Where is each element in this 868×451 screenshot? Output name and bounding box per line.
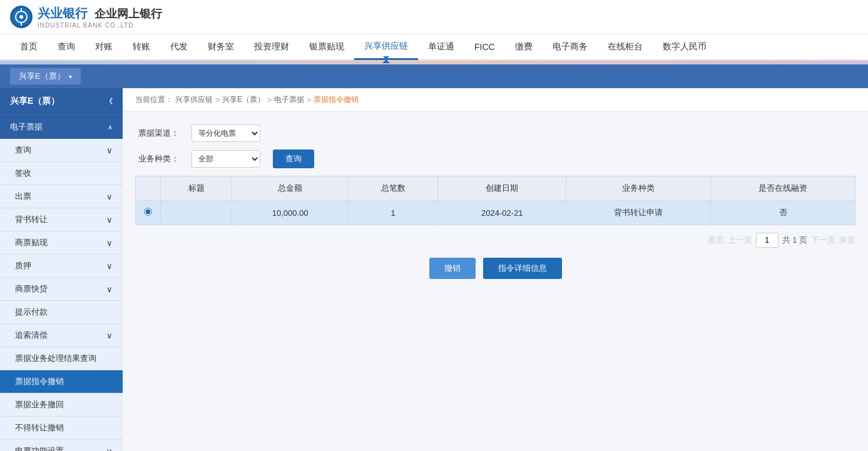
nav-payment[interactable]: 缴费 (505, 34, 543, 60)
channel-select[interactable]: 等分化电票 全部 (191, 124, 260, 142)
sidebar-item-query[interactable]: 查询 ∨ (0, 139, 123, 162)
nav-bill-discount[interactable]: 银票贴现 (299, 34, 354, 60)
cancel-button[interactable]: 撤销 (429, 258, 476, 279)
table-cell-count: 1 (348, 201, 437, 225)
sidebar-item-issue[interactable]: 出票 ∨ (0, 185, 123, 208)
sidebar-item-pledge[interactable]: 质押 ∨ (0, 255, 123, 278)
table-cell-radio[interactable] (136, 201, 161, 225)
nav-online-counter[interactable]: 在线柜台 (598, 34, 653, 60)
sidebar-item-commercial-discount-arrow-icon: ∨ (106, 238, 113, 248)
breadcrumb-sep2: > (267, 96, 272, 104)
nav-finance[interactable]: 财务室 (198, 34, 244, 60)
table-cell-title (161, 201, 232, 225)
nav-active-arrow (383, 56, 389, 59)
table-header-row: 标题 总金额 总笔数 创建日期 业务种类 是否在线融资 (136, 176, 855, 201)
pagination-page-input[interactable] (756, 233, 779, 248)
form-type-row: 业务种类： 全部 背书转让申请 其他 查询 (135, 149, 855, 168)
pagination: 首页 上一页 共 1 页 下一页 末页 (135, 233, 855, 248)
channel-label: 票据渠道： (135, 128, 179, 139)
sidebar-collapse-icon: 《 (105, 96, 113, 107)
sidebar-item-eticket-settings[interactable]: 电票功能设置 ∨ (0, 440, 123, 451)
table-header-type: 业务种类 (566, 176, 711, 201)
sidebar-section-electronic-bills[interactable]: 电子票据 ∧ (0, 114, 123, 139)
nav-bar: 首页 查询 对账 转账 代发 财务室 投资理财 银票贴现 兴享供应链 单证通 F… (0, 34, 868, 61)
breadcrumb-supply-chain[interactable]: 兴享供应链 (175, 94, 213, 105)
main-layout: 兴享E（票） 《 电子票据 ∧ 查询 ∨ 签收 出票 ∨ 背书转让 ∨ 商票贴现… (0, 88, 868, 451)
sidebar-item-payment-prompt[interactable]: 提示付款 (0, 301, 123, 324)
nav-reconcile[interactable]: 对账 (85, 34, 123, 60)
breadcrumb-sep3: > (307, 96, 311, 104)
row-radio-button[interactable] (144, 208, 152, 216)
breadcrumb: 当前位置： 兴享供应链 > 兴享E（票） > 电子票据 > 票据指令撤销 (123, 88, 868, 112)
nav-ficc[interactable]: FICC (464, 34, 505, 60)
pagination-first[interactable]: 首页 (708, 235, 724, 246)
sidebar-item-fast-loan[interactable]: 商票快贷 ∨ (0, 278, 123, 301)
sidebar-item-recourse-arrow-icon: ∨ (106, 331, 113, 340)
sidebar-item-business-revoke[interactable]: 票据业务撤回 (0, 393, 123, 417)
nav-ecommerce[interactable]: 电子商务 (543, 34, 598, 60)
form-channel-row: 票据渠道： 等分化电票 全部 (135, 124, 855, 142)
table-cell-type: 背书转让申请 (566, 201, 711, 225)
sidebar-item-issue-arrow-icon: ∨ (106, 192, 113, 201)
table-cell-date: 2024-02-21 (438, 201, 566, 225)
breadcrumb-eticket[interactable]: 兴享E（票） (222, 94, 265, 105)
breadcrumb-current: 票据指令撤销 (314, 94, 359, 105)
table-cell-amount: 10,000.00 (232, 201, 349, 225)
type-label: 业务种类： (135, 153, 179, 165)
content-body: 票据渠道： 等分化电票 全部 业务种类： 全部 背书转让申请 其他 查询 (123, 112, 868, 291)
sidebar-item-arrow-icon: ∨ (106, 146, 113, 155)
sub-header-button[interactable]: 兴享E（票） ▾ (10, 68, 81, 84)
action-buttons: 撤销 指令详细信息 (135, 258, 855, 279)
sidebar-item-signin[interactable]: 签收 (0, 162, 123, 185)
nav-doc[interactable]: 单证通 (418, 34, 464, 60)
data-table: 标题 总金额 总笔数 创建日期 业务种类 是否在线融资 10,000 (135, 176, 855, 225)
sidebar-item-process-result[interactable]: 票据业务处理结果查询 (0, 347, 123, 370)
sidebar-item-instruction-cancel[interactable]: 票据指令撤销 (0, 370, 123, 393)
bank-name-cn: 兴业银行 企业网上银行 (38, 5, 162, 22)
sidebar-section-expand-icon: ∧ (108, 123, 113, 131)
nav-digital-rmb[interactable]: 数字人民币 (653, 34, 717, 60)
sub-header-arrow-icon: ▾ (69, 73, 72, 80)
table-header-count: 总笔数 (348, 176, 437, 201)
breadcrumb-sep1: > (215, 96, 220, 104)
nav-payroll[interactable]: 代发 (160, 34, 198, 60)
table-header-amount: 总金额 (232, 176, 349, 201)
sidebar-item-pledge-arrow-icon: ∨ (106, 261, 113, 271)
bank-name-text: 兴业银行 企业网上银行 INDUSTRIAL BANK CO.,LTD (38, 5, 162, 29)
table-header-title: 标题 (161, 176, 232, 201)
bank-logo-icon (10, 6, 33, 28)
svg-point-2 (19, 15, 23, 19)
nav-query[interactable]: 查询 (48, 34, 85, 60)
nav-home[interactable]: 首页 (10, 34, 48, 60)
type-select[interactable]: 全部 背书转让申请 其他 (191, 150, 260, 168)
nav-transfer[interactable]: 转账 (123, 34, 160, 60)
sidebar-item-eticket-settings-arrow-icon: ∨ (106, 447, 113, 452)
query-button[interactable]: 查询 (273, 149, 314, 168)
breadcrumb-electronic-bills[interactable]: 电子票据 (274, 94, 304, 105)
pagination-last[interactable]: 末页 (839, 235, 855, 246)
pagination-prev[interactable]: 上一页 (728, 235, 752, 246)
detail-button[interactable]: 指令详细信息 (483, 258, 562, 279)
top-header: 兴业银行 企业网上银行 INDUSTRIAL BANK CO.,LTD (0, 0, 868, 34)
sidebar-title[interactable]: 兴享E（票） 《 (0, 88, 123, 114)
sidebar-item-fast-loan-arrow-icon: ∨ (106, 285, 113, 294)
sub-header: 兴享E（票） ▾ (0, 64, 868, 88)
table-header-online-finance: 是否在线融资 (711, 176, 855, 201)
pagination-total: 共 1 页 (782, 235, 807, 246)
sidebar: 兴享E（票） 《 电子票据 ∧ 查询 ∨ 签收 出票 ∨ 背书转让 ∨ 商票贴现… (0, 88, 123, 451)
content-area: 当前位置： 兴享供应链 > 兴享E（票） > 电子票据 > 票据指令撤销 票据渠… (123, 88, 868, 451)
pagination-next[interactable]: 下一页 (811, 235, 835, 246)
sidebar-item-recourse[interactable]: 追索清偿 ∨ (0, 324, 123, 347)
sidebar-item-endorse-arrow-icon: ∨ (106, 215, 113, 225)
logo-area: 兴业银行 企业网上银行 INDUSTRIAL BANK CO.,LTD (10, 5, 162, 29)
nav-investment[interactable]: 投资理财 (244, 34, 299, 60)
breadcrumb-prefix: 当前位置： (135, 94, 173, 105)
table-row: 10,000.00 1 2024-02-21 背书转让申请 否 (136, 201, 855, 225)
sidebar-item-no-transfer-cancel[interactable]: 不得转让撤销 (0, 417, 123, 440)
sidebar-item-commercial-discount[interactable]: 商票贴现 ∨ (0, 231, 123, 255)
table-cell-online-finance: 否 (711, 201, 855, 225)
table-header-date: 创建日期 (438, 176, 566, 201)
nav-supply-chain[interactable]: 兴享供应链 (354, 34, 418, 60)
sidebar-item-endorse[interactable]: 背书转让 ∨ (0, 208, 123, 231)
table-header-select (136, 176, 161, 201)
